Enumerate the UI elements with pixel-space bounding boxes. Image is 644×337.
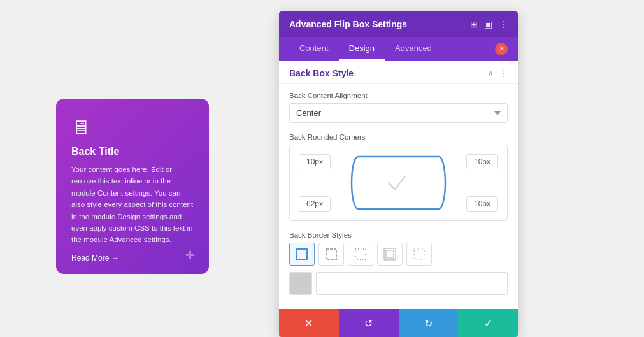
tabs-row: Content Design Advanced ✕ (279, 37, 518, 61)
corner-tl: 10px (299, 154, 331, 169)
collapse-icon[interactable]: ∧ (487, 68, 494, 78)
corner-br-input[interactable]: 10px (466, 196, 498, 212)
preview-card: 🖥 Back Title Your content goes here. Edi… (56, 99, 209, 274)
color-input-row (289, 272, 508, 295)
card-title: Back Title (71, 146, 194, 157)
corners-label: Back Rounded Corners (289, 133, 508, 141)
corner-tr: 10px (466, 154, 498, 169)
card-body: Your content goes here. Edit or remove t… (71, 164, 194, 246)
reset-button[interactable]: ↺ (339, 309, 399, 337)
color-text-input[interactable] (316, 272, 508, 295)
corner-preview (333, 154, 464, 212)
header-icons: ⊞ ▣ ⋮ (470, 19, 508, 29)
more-icon[interactable]: ⋮ (499, 19, 508, 29)
svg-rect-2 (326, 249, 336, 259)
cancel-button[interactable]: ✕ (279, 309, 339, 337)
border-styles-label: Back Border Styles (289, 231, 508, 239)
border-solid-btn[interactable] (289, 243, 315, 266)
tab-design[interactable]: Design (339, 37, 385, 61)
read-more-link[interactable]: Read More → (71, 254, 194, 262)
section-header: Back Box Style ∧ ⋮ (279, 61, 518, 84)
svg-rect-3 (355, 249, 366, 259)
footer-buttons: ✕ ↺ ↻ ✓ (279, 309, 518, 337)
redo-button[interactable]: ↻ (399, 309, 459, 337)
tab-close-button[interactable]: ✕ (495, 43, 508, 55)
border-none-btn[interactable] (406, 243, 432, 266)
svg-rect-0 (352, 157, 445, 209)
alignment-select[interactable]: Center Left Right (289, 103, 508, 123)
border-dotted-btn[interactable] (348, 243, 373, 266)
section-icons: ∧ ⋮ (487, 68, 508, 78)
alignment-group: Back Content Alignment Center Left Right (289, 92, 508, 123)
border-styles-group: Back Border Styles (289, 231, 508, 295)
panel-body: Back Box Style ∧ ⋮ Back Content Alignmen… (279, 61, 518, 309)
settings-panel: Advanced Flip Box Settings ⊞ ▣ ⋮ Content… (279, 11, 518, 337)
svg-rect-6 (414, 249, 424, 259)
save-button[interactable]: ✓ (458, 309, 518, 337)
monitor-icon: 🖥 (71, 117, 194, 138)
panel-content: Back Content Alignment Center Left Right… (279, 84, 518, 309)
corner-bl: 62px (299, 196, 331, 212)
panel-header: Advanced Flip Box Settings ⊞ ▣ ⋮ (279, 11, 518, 37)
border-styles-row (289, 243, 508, 266)
svg-rect-5 (386, 250, 394, 258)
section-title: Back Box Style (289, 68, 354, 78)
corner-tl-input[interactable]: 10px (299, 154, 331, 169)
tab-content[interactable]: Content (289, 37, 339, 61)
corner-br: 10px (466, 196, 498, 212)
corner-bl-input[interactable]: 62px (299, 196, 331, 212)
svg-rect-1 (297, 249, 307, 259)
section-more-icon[interactable]: ⋮ (499, 68, 508, 78)
panel-title: Advanced Flip Box Settings (289, 19, 407, 29)
corners-group: Back Rounded Corners 10px 10px (289, 133, 508, 221)
alignment-label: Back Content Alignment (289, 92, 508, 99)
expand-icon[interactable]: ⊞ (470, 19, 478, 29)
border-double-btn[interactable] (377, 243, 403, 266)
corner-tr-input[interactable]: 10px (466, 154, 498, 169)
border-dashed-btn[interactable] (318, 243, 344, 266)
move-icon[interactable]: ✛ (185, 248, 195, 262)
columns-icon[interactable]: ▣ (484, 19, 492, 29)
tab-advanced[interactable]: Advanced (385, 37, 442, 61)
color-swatch[interactable] (289, 272, 312, 295)
corners-widget: 10px 10px 62px 10px (289, 145, 508, 221)
